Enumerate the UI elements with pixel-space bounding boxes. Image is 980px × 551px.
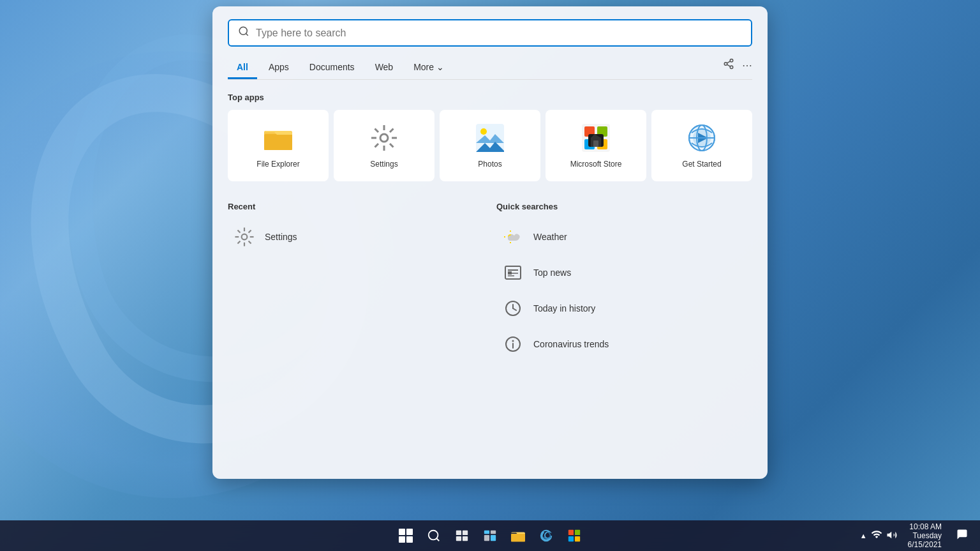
taskbar-edge-button[interactable] [533, 523, 559, 548]
recent-item-settings[interactable]: Settings [228, 219, 484, 255]
svg-point-60 [429, 531, 438, 540]
task-view-button[interactable] [449, 523, 475, 548]
tab-apps[interactable]: Apps [260, 57, 298, 79]
recent-settings-label: Settings [265, 232, 297, 242]
search-bar-container[interactable] [228, 19, 752, 47]
recent-section: Recent [228, 199, 484, 362]
taskbar-devhome-button[interactable] [561, 523, 587, 548]
app-tile-microsoft-store[interactable]: Microsoft Store [546, 110, 646, 181]
svg-point-0 [239, 27, 247, 34]
quick-history-label: Today in history [533, 303, 595, 313]
app-name-photos: Photos [478, 160, 501, 169]
start-button[interactable] [393, 523, 419, 548]
svg-line-40 [237, 230, 240, 232]
microsoft-store-icon [581, 123, 611, 153]
clock-date-full: 6/15/2021 [908, 540, 942, 549]
svg-rect-63 [463, 531, 468, 535]
tab-all[interactable]: All [228, 57, 257, 79]
svg-rect-53 [508, 271, 512, 275]
tab-web[interactable]: Web [366, 57, 403, 79]
weather-icon [501, 225, 524, 248]
edge-icon [539, 529, 553, 543]
taskbar-file-explorer-button[interactable] [505, 523, 531, 548]
volume-svg [886, 529, 898, 541]
tray-chevron-icon[interactable]: ▲ [860, 532, 867, 540]
search-input[interactable] [256, 27, 742, 39]
svg-line-43 [237, 241, 240, 244]
quick-top-news-label: Top news [533, 268, 571, 278]
clock-date-day: Tuesday [908, 531, 942, 540]
svg-line-17 [390, 129, 394, 133]
tab-documents[interactable]: Documents [301, 57, 364, 79]
search-tabs: All Apps Documents Web More ⌄ ⋯ [228, 57, 752, 80]
recent-header: Recent [228, 202, 484, 211]
app-tile-photos[interactable]: Photos [440, 110, 540, 181]
svg-point-58 [512, 340, 514, 342]
task-view-icon [455, 529, 469, 543]
svg-rect-62 [456, 531, 461, 535]
svg-rect-67 [491, 531, 496, 534]
svg-rect-29 [593, 140, 598, 147]
info-icon [501, 333, 524, 356]
get-started-icon [687, 123, 717, 153]
quick-item-coronavirus-trends[interactable]: Coronavirus trends [496, 326, 752, 362]
taskbar-icons [393, 523, 587, 548]
network-icon[interactable] [871, 529, 882, 543]
devhome-icon [567, 529, 581, 543]
clock-time: 10:08 AM [908, 522, 942, 531]
svg-marker-75 [887, 531, 891, 538]
widgets-button[interactable] [477, 523, 503, 548]
svg-rect-66 [484, 531, 489, 534]
svg-rect-71 [568, 530, 574, 535]
svg-line-5 [727, 64, 730, 66]
chevron-down-icon: ⌄ [436, 62, 444, 72]
taskbar-search-icon [427, 529, 441, 543]
app-tile-file-explorer[interactable]: File Explorer [228, 110, 329, 181]
svg-point-35 [242, 234, 248, 240]
svg-rect-72 [575, 530, 580, 535]
system-tray-icons: ▲ [860, 529, 898, 543]
photos-icon [475, 123, 505, 153]
notification-icon [956, 528, 969, 541]
svg-line-42 [249, 230, 251, 232]
svg-line-15 [375, 129, 379, 133]
svg-rect-73 [568, 536, 574, 541]
file-explorer-icon [263, 123, 293, 153]
svg-rect-68 [484, 535, 489, 541]
system-tray: ▲ 10:08 AM Tuesday 6/15/2021 [860, 521, 972, 550]
search-icon [238, 26, 249, 40]
svg-point-22 [480, 128, 487, 135]
news-icon [501, 261, 524, 284]
system-clock[interactable]: 10:08 AM Tuesday 6/15/2021 [903, 521, 947, 550]
taskbar-search-button[interactable] [421, 523, 447, 548]
app-name-get-started: Get Started [682, 160, 721, 169]
volume-icon[interactable] [886, 529, 898, 543]
app-tile-settings[interactable]: Settings [334, 110, 434, 181]
quick-item-weather[interactable]: Weather [496, 219, 752, 255]
svg-line-61 [436, 538, 439, 541]
windows-logo-icon [399, 529, 413, 543]
app-name-file-explorer: File Explorer [256, 160, 299, 169]
app-tile-get-started[interactable]: Get Started [651, 110, 752, 181]
tab-actions: ⋯ [723, 58, 752, 78]
app-name-microsoft-store: Microsoft Store [570, 160, 622, 169]
history-icon [501, 297, 524, 320]
svg-line-6 [727, 61, 730, 63]
share-icon[interactable] [723, 58, 734, 73]
more-options-icon[interactable]: ⋯ [742, 59, 752, 72]
svg-line-18 [375, 144, 379, 147]
network-svg [871, 529, 882, 540]
svg-rect-49 [505, 266, 521, 279]
quick-searches-header: Quick searches [496, 202, 752, 211]
recent-settings-icon [233, 225, 256, 248]
quick-searches-section: Quick searches Weather [496, 199, 752, 362]
svg-point-3 [724, 63, 727, 66]
quick-item-today-in-history[interactable]: Today in history [496, 291, 752, 326]
quick-item-top-news[interactable]: Top news [496, 255, 752, 291]
notification-center-button[interactable] [952, 525, 972, 547]
svg-rect-69 [491, 535, 496, 541]
tab-more[interactable]: More ⌄ [405, 57, 453, 79]
svg-rect-74 [575, 536, 580, 541]
svg-rect-9 [264, 134, 292, 150]
app-name-settings: Settings [370, 160, 397, 169]
